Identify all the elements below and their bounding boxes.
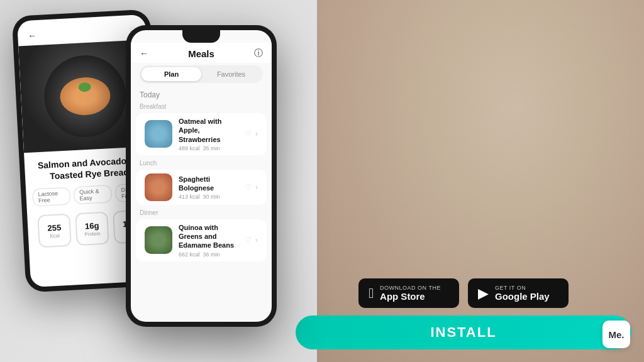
googleplay-name: Google Play [495,291,550,302]
breakfast-image [145,120,172,148]
tab-favorites[interactable]: Favorites [201,67,261,81]
appstore-name: App Store [380,291,441,302]
appstore-sub: Download on the [380,285,441,291]
info-icon[interactable]: ⓘ [254,48,263,59]
lunch-actions: ♡ › [245,183,258,192]
me-logo: Me. [602,321,630,348]
appstore-text: Download on the App Store [380,285,441,302]
meals-title: Meals [188,48,214,59]
dinner-label: Dinner [131,207,272,217]
googleplay-button[interactable]: ▶ GET IT ON Google Play [468,278,569,308]
googleplay-text: GET IT ON Google Play [495,285,550,302]
stat-protein: 16g Protein [75,212,109,246]
bottom-section:  Download on the App Store ▶ GET IT ON … [296,278,631,349]
install-button[interactable]: INSTALL [296,315,631,349]
tag-lactose: Lactose Free [32,187,70,207]
lunch-name: Spaghetti Bolognese [179,175,238,193]
appstore-button[interactable]:  Download on the App Store [358,278,459,308]
breakfast-info: Oatmeal with Apple, Strawberries 489 kca… [179,117,238,151]
meal-row-breakfast[interactable]: Oatmeal with Apple, Strawberries 489 kca… [136,113,267,155]
lunch-info: Spaghetti Bolognese 413 kcal 30 min [179,175,238,200]
meal-row-lunch[interactable]: Spaghetti Bolognese 413 kcal 30 min ♡ › [136,170,267,205]
tag-quick: Quick & Easy [74,185,113,205]
lunch-image [145,173,172,201]
meals-back-icon[interactable]: ← [140,48,148,58]
lunch-label: Lunch [131,157,272,168]
breakfast-actions: ♡ › [245,129,258,138]
dinner-chevron-icon[interactable]: › [255,236,258,244]
breakfast-chevron-icon[interactable]: › [255,129,258,138]
phone-notch [182,30,220,43]
lunch-chevron-icon[interactable]: › [255,183,258,192]
dinner-heart-icon[interactable]: ♡ [245,236,252,244]
dinner-meta: 662 kcal 36 min [179,251,238,258]
meals-header: ← Meals ⓘ [131,43,272,63]
dinner-actions: ♡ › [245,236,258,244]
today-section: Today [131,88,272,101]
stat-kcal: 255 Kcal [37,214,72,248]
apple-icon:  [369,285,374,302]
googleplay-sub: GET IT ON [495,285,550,291]
dinner-info: Quinoa with Greens and Edamame Beans 662… [179,223,238,258]
meal-row-dinner[interactable]: Quinoa with Greens and Edamame Beans 662… [136,219,267,261]
dinner-name: Quinoa with Greens and Edamame Beans [179,223,238,250]
meals-tab-bar: Plan Favorites [140,65,263,83]
phone-front: ← Meals ⓘ Plan Favorites Today Breakfast… [126,25,277,327]
lunch-heart-icon[interactable]: ♡ [245,183,252,192]
breakfast-meta: 489 kcal 35 min [179,145,238,151]
back-arrow-icon[interactable]: ← [28,30,37,41]
googleplay-icon: ▶ [478,285,489,302]
breakfast-name: Oatmeal with Apple, Strawberries [179,117,238,144]
dinner-image [145,226,172,254]
breakfast-heart-icon[interactable]: ♡ [245,129,252,138]
tab-plan[interactable]: Plan [142,67,201,81]
store-buttons:  Download on the App Store ▶ GET IT ON … [358,278,569,308]
lunch-meta: 413 kcal 30 min [179,194,238,200]
breakfast-label: Breakfast [131,101,272,111]
install-label: INSTALL [430,324,496,340]
